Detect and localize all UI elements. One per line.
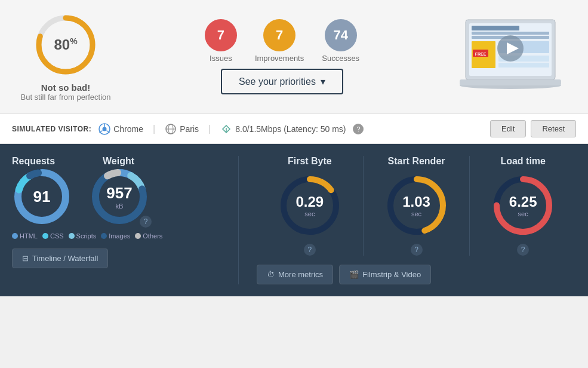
laptop-illustration: FREE: [451, 14, 570, 100]
weight-unit: kB: [106, 203, 132, 210]
score-area: 80% Not so bad! But still far from perfe…: [18, 12, 113, 102]
first-byte-donut: 0.29 sec: [277, 173, 343, 238]
badge-improvements: 7 Improvements: [255, 19, 304, 63]
badges-row: 7 Issues 7 Improvements 74 Successes: [205, 19, 359, 63]
visitor-bar: SIMULATED VISITOR: Chrome | Paris | 8.0/…: [0, 114, 588, 144]
clock-icon: ⏱: [267, 270, 275, 279]
film-icon: 🎬: [349, 270, 359, 279]
globe-icon: [165, 123, 177, 135]
first-byte-col: First Byte 0.29 sec ?: [257, 156, 364, 256]
edit-button[interactable]: Edit: [490, 120, 526, 137]
load-time-col: Load time 6.25 sec ?: [470, 156, 576, 256]
first-byte-title: First Byte: [288, 156, 332, 167]
score-donut: 80%: [33, 12, 98, 78]
svg-text:FREE: FREE: [475, 52, 487, 56]
legend-images: Images: [101, 232, 130, 240]
legend-scripts: Scripts: [69, 232, 97, 240]
help-icon[interactable]: ?: [353, 124, 364, 134]
start-render-value: 1.03: [402, 194, 430, 210]
speed-label: 8.0/1.5Mbps (Latency: 50 ms): [235, 124, 346, 134]
improvements-circle: 7: [263, 19, 295, 51]
weight-chart: 957 kB ?: [90, 167, 149, 226]
load-time-value: 6.25: [509, 194, 537, 210]
first-byte-help[interactable]: ?: [304, 244, 316, 256]
load-time-donut: 6.25 sec: [490, 173, 556, 238]
legend-html: HTML: [12, 232, 38, 240]
more-metrics-button[interactable]: ⏱ More metrics: [257, 265, 333, 284]
chrome-icon: [98, 123, 110, 135]
requests-chart: 91: [12, 167, 72, 226]
score-text: Not so bad! But still far from perfectio…: [21, 82, 111, 102]
legend: HTML CSS Scripts Images Others: [12, 232, 226, 240]
browser-item: Chrome: [98, 123, 143, 135]
retest-button[interactable]: Retest: [531, 120, 576, 137]
requests-donut: 91: [12, 167, 72, 226]
right-panel: First Byte 0.29 sec ? Start Render: [239, 156, 576, 284]
svg-rect-5: [472, 32, 549, 35]
svg-rect-16: [460, 79, 561, 85]
right-metrics: First Byte 0.29 sec ? Start Render: [257, 156, 576, 256]
timeline-button[interactable]: ⊟ Timeline / Waterfall: [12, 249, 108, 268]
dashboard: Requests Weight 91: [0, 144, 588, 296]
svg-rect-10: [498, 63, 549, 68]
first-byte-value: 0.29: [295, 194, 324, 210]
start-render-col: Start Render 1.03 sec ?: [364, 156, 470, 256]
weight-title: Weight: [103, 156, 134, 167]
metrics-area: 7 Issues 7 Improvements 74 Successes See…: [205, 19, 359, 94]
load-time-unit: sec: [509, 210, 537, 217]
svg-rect-4: [472, 26, 519, 30]
badge-issues: 7 Issues: [205, 19, 237, 63]
weight-value: 957: [106, 184, 132, 203]
load-time-title: Load time: [500, 156, 546, 167]
charts-row: 91 957: [12, 167, 226, 226]
start-render-help[interactable]: ?: [411, 244, 423, 256]
chevron-down-icon: ▾: [321, 76, 325, 87]
score-value: 80%: [54, 36, 77, 53]
left-titles: Requests Weight: [12, 156, 226, 167]
browser-label: Chrome: [113, 124, 143, 134]
first-byte-unit: sec: [295, 210, 324, 217]
requests-value: 91: [33, 188, 51, 206]
right-action-buttons: ⏱ More metrics 🎬 Filmstrip & Video: [257, 265, 576, 284]
legend-css: CSS: [42, 232, 64, 240]
issues-circle: 7: [205, 19, 237, 51]
weight-help-icon[interactable]: ?: [140, 213, 152, 228]
top-section: 80% Not so bad! But still far from perfe…: [0, 0, 588, 114]
timeline-icon: ⊟: [22, 254, 29, 263]
load-time-help[interactable]: ?: [517, 244, 529, 256]
laptop-svg: FREE: [454, 14, 567, 100]
visitor-label: SIMULATED VISITOR:: [12, 125, 91, 133]
left-panel: Requests Weight 91: [12, 156, 239, 284]
start-render-unit: sec: [402, 210, 430, 217]
speed-item: 8.0/1.5Mbps (Latency: 50 ms): [220, 123, 346, 135]
location-label: Paris: [180, 124, 199, 134]
location-item: Paris: [165, 123, 199, 135]
priorities-button[interactable]: See your priorities ▾: [221, 69, 343, 94]
svg-point-18: [103, 127, 107, 131]
visitor-actions: Edit Retest: [490, 120, 576, 137]
successes-circle: 74: [325, 19, 357, 51]
speed-icon: [220, 123, 232, 135]
badge-successes: 74 Successes: [322, 19, 359, 63]
start-render-donut: 1.03 sec: [384, 173, 450, 238]
filmstrip-button[interactable]: 🎬 Filmstrip & Video: [339, 265, 431, 284]
start-render-title: Start Render: [387, 156, 445, 167]
legend-others: Others: [135, 232, 162, 240]
requests-title: Requests: [12, 156, 55, 167]
